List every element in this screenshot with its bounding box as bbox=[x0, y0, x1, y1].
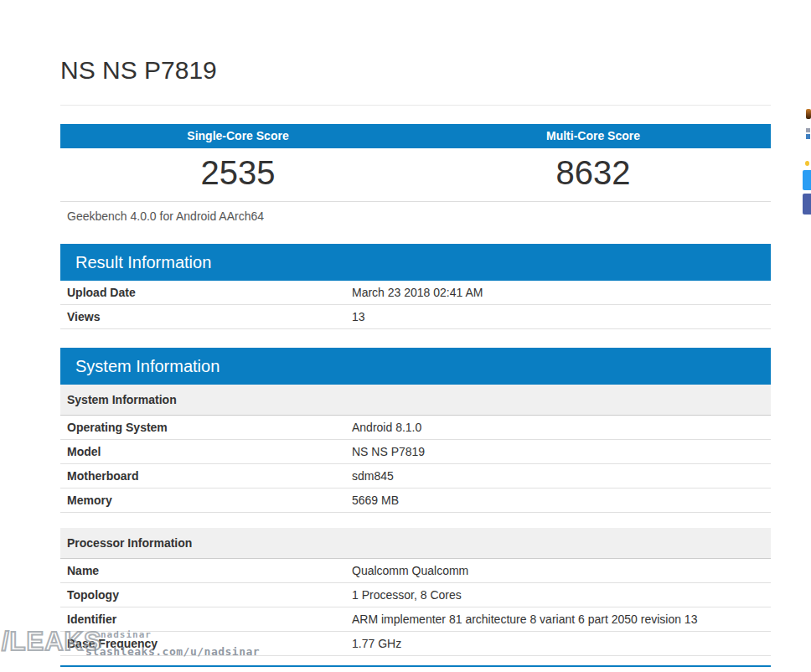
single-core-score-header: Single-Core Score bbox=[60, 124, 416, 148]
score-header-row: Single-Core Score Multi-Core Score bbox=[60, 124, 771, 148]
table-row: Operating System Android 8.1.0 bbox=[60, 416, 771, 440]
table-row: Name Qualcomm Qualcomm bbox=[60, 559, 771, 583]
row-label: Views bbox=[67, 311, 352, 323]
row-value: Android 8.1.0 bbox=[352, 421, 764, 433]
table-row: Topology 1 Processor, 8 Cores bbox=[60, 583, 771, 607]
row-value: March 23 2018 02:41 AM bbox=[352, 287, 764, 298]
single-core-score-value: 2535 bbox=[60, 155, 416, 191]
row-label: Model bbox=[67, 446, 352, 457]
row-label: Memory bbox=[67, 494, 352, 506]
table-row: Identifier ARM implementer 81 architectu… bbox=[60, 607, 771, 632]
row-label: Identifier bbox=[67, 613, 352, 625]
row-label: Operating System bbox=[67, 421, 352, 433]
main-content: NS NS P7819 Single-Core Score Multi-Core… bbox=[60, 0, 771, 667]
result-information-section: Result Information Upload Date March 23 … bbox=[60, 244, 771, 329]
watermark-url: slashleaks.com/u/nadsinar bbox=[85, 645, 260, 658]
twitter-share-button-fragment[interactable] bbox=[803, 170, 811, 190]
system-information-subheader: System Information bbox=[60, 385, 771, 416]
row-value: 1 Processor, 8 Cores bbox=[352, 589, 764, 601]
row-value: Qualcomm Qualcomm bbox=[352, 565, 764, 576]
page-title: NS NS P7819 bbox=[60, 57, 771, 84]
table-row: Model NS NS P7819 bbox=[60, 440, 771, 464]
cutoff-section-header-edge bbox=[60, 665, 771, 667]
table-row: Memory 5669 MB bbox=[60, 488, 771, 513]
row-label: Motherboard bbox=[67, 470, 352, 482]
processor-information-subheader: Processor Information bbox=[60, 528, 771, 559]
result-information-header: Result Information bbox=[60, 244, 771, 281]
star-icon bbox=[805, 161, 809, 166]
row-label: Upload Date bbox=[67, 287, 352, 298]
sidebar-text-fragment bbox=[806, 128, 810, 132]
system-information-header: System Information bbox=[60, 348, 771, 385]
table-row: Views 13 bbox=[60, 305, 771, 329]
row-value: sdm845 bbox=[352, 470, 764, 482]
row-value: 5669 MB bbox=[352, 494, 764, 506]
row-value: 1.77 GHz bbox=[352, 638, 764, 649]
benchmark-version-caption: Geekbench 4.0.0 for Android AArch64 bbox=[60, 202, 771, 230]
score-values-row: 2535 8632 bbox=[60, 148, 771, 202]
system-information-section: System Information System Information Op… bbox=[60, 348, 771, 667]
multi-core-score-header: Multi-Core Score bbox=[416, 124, 771, 148]
watermark-username: nadsinar bbox=[101, 629, 152, 640]
row-label: Name bbox=[67, 565, 352, 576]
score-summary: Single-Core Score Multi-Core Score 2535 … bbox=[60, 124, 771, 230]
row-value: 13 bbox=[352, 311, 764, 323]
sidebar-link-fragment bbox=[806, 134, 810, 139]
facebook-share-button-fragment[interactable] bbox=[803, 194, 811, 215]
title-divider bbox=[60, 105, 771, 106]
row-label: Topology bbox=[67, 589, 352, 601]
row-value: NS NS P7819 bbox=[352, 446, 764, 457]
table-row: Motherboard sdm845 bbox=[60, 464, 771, 488]
logo-fragment-icon bbox=[806, 109, 811, 119]
table-row: Upload Date March 23 2018 02:41 AM bbox=[60, 281, 771, 305]
multi-core-score-value: 8632 bbox=[416, 155, 771, 191]
row-value: ARM implementer 81 architecture 8 varian… bbox=[352, 613, 764, 625]
